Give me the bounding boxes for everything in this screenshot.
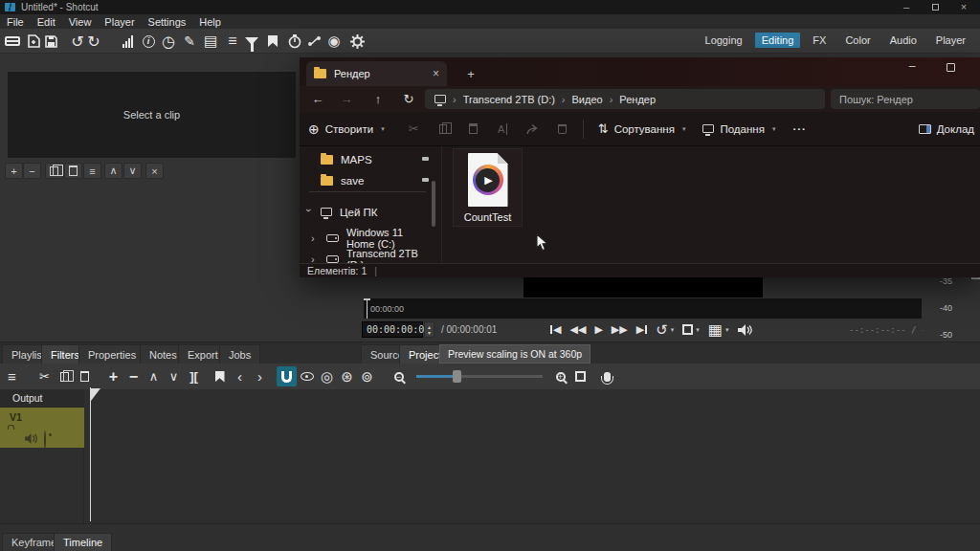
playlist-icon[interactable]: ▤ [200, 32, 221, 51]
view-button[interactable]: Подання ▾ [694, 123, 784, 135]
deselect-filter-button[interactable]: × [145, 163, 164, 179]
timeline-zoom-slider[interactable] [416, 366, 543, 386]
markers-icon[interactable] [262, 32, 283, 51]
open-other-icon[interactable] [2, 32, 23, 51]
fit-dropdown-icon[interactable]: ▾ [696, 326, 700, 334]
player-time-ruler[interactable]: 00:00:00 [364, 298, 922, 319]
peak-meter-icon[interactable] [117, 32, 138, 51]
copy-filters-button[interactable] [45, 163, 63, 179]
sidebar-item-drive-c[interactable]: › Windows 11 Home (C:) [300, 228, 434, 248]
ripple-markers-button[interactable]: ⊚ [357, 366, 377, 386]
previous-marker-button[interactable]: ‹ [230, 366, 250, 386]
skip-to-start-button[interactable]: ◀ [550, 323, 561, 336]
close-button[interactable]: × [953, 1, 974, 12]
up-button[interactable]: ↑ [368, 89, 388, 108]
properties-icon[interactable]: i [138, 32, 159, 51]
tab-jobs[interactable]: Jobs [219, 344, 260, 364]
sidebar-scrollbar-thumb[interactable] [432, 181, 435, 227]
paste-button[interactable] [75, 366, 95, 386]
tab-timeline[interactable]: Timeline [54, 533, 112, 551]
playhead-needle[interactable] [367, 298, 368, 319]
grid-dropdown-icon[interactable]: ▾ [725, 326, 729, 334]
jobs-record-icon[interactable]: ◉ [323, 32, 345, 51]
move-filter-up-button[interactable]: ∧ [104, 163, 122, 179]
timeline-playhead-flag[interactable] [91, 387, 100, 405]
volume-button[interactable] [738, 324, 752, 336]
tab-editing[interactable]: Editing [755, 33, 801, 48]
menu-edit[interactable]: Edit [37, 16, 56, 28]
add-filter-button[interactable]: + [5, 163, 23, 179]
timeline-tracks-area[interactable]: Output V1 [0, 389, 980, 523]
remove-filter-button[interactable]: − [23, 163, 41, 179]
recent-icon[interactable]: ◷ [158, 32, 179, 51]
tab-close-icon[interactable]: × [433, 67, 439, 80]
sort-button[interactable]: ⇅ Сортування ▾ [590, 121, 695, 136]
ripple-toggle-button[interactable]: ◎ [317, 366, 337, 386]
position-timecode-field[interactable]: 00:00:00:00 [362, 321, 423, 338]
cut-button-disabled[interactable]: ✂ [407, 121, 421, 136]
settings-gear-icon[interactable] [346, 32, 368, 51]
chevron-expanded-icon[interactable]: › [303, 209, 315, 216]
timeline-menu-button[interactable]: ≡ [2, 366, 22, 386]
sidebar-item-save[interactable]: save [300, 170, 434, 190]
address-bar[interactable]: › Transcend 2TB (D:) › Видео › Рендер [425, 89, 825, 109]
zoom-fit-button[interactable]: ▾ [682, 324, 700, 335]
zoom-in-button[interactable]: + [550, 366, 570, 386]
ripple-all-tracks-button[interactable]: ⊛ [337, 366, 357, 386]
paste-button-disabled[interactable] [466, 121, 480, 136]
hide-track-icon[interactable] [44, 431, 46, 449]
loop-dropdown-icon[interactable]: ▾ [671, 326, 675, 334]
record-audio-button[interactable] [597, 366, 617, 386]
ripple-delete-button[interactable]: − [123, 366, 144, 386]
file-item-counttest[interactable]: ▶ CountTest [453, 148, 523, 227]
fast-forward-button[interactable]: ▶▶ [612, 323, 628, 336]
output-track-header[interactable]: Output [0, 389, 84, 408]
details-pane-button[interactable]: Доклад [915, 112, 978, 146]
mute-track-icon[interactable] [25, 430, 37, 448]
delete-button-disabled[interactable] [555, 121, 569, 136]
this-pc-icon[interactable] [434, 95, 446, 103]
overwrite-button[interactable]: ∨ [164, 366, 184, 386]
zoom-out-button[interactable]: − [389, 366, 409, 386]
video-track-v1-header[interactable]: V1 [0, 408, 84, 448]
split-button[interactable]: ][ [184, 366, 204, 386]
menu-file[interactable]: File [7, 16, 24, 28]
next-marker-button[interactable]: › [250, 366, 270, 386]
timeline-playhead-line[interactable] [90, 387, 91, 521]
explorer-tab[interactable]: Рендер × [306, 61, 447, 86]
scrub-while-dragging-button[interactable] [297, 366, 317, 386]
move-filter-down-button[interactable]: ∨ [123, 163, 142, 179]
timeline-icon[interactable]: ≡ [222, 32, 243, 51]
forward-button[interactable]: → [337, 89, 356, 108]
breadcrumb-drive[interactable]: Transcend 2TB (D:) [463, 94, 555, 105]
new-button[interactable]: ⊕ Створити ▾ [300, 121, 393, 137]
marker-button[interactable] [210, 366, 230, 386]
lift-button[interactable]: ∧ [144, 366, 164, 386]
keyframes-icon[interactable] [284, 32, 305, 51]
save-filter-set-button[interactable]: ≡ [83, 163, 101, 179]
rewind-button[interactable]: ◀◀ [569, 323, 586, 336]
breadcrumb-folder[interactable]: Видео [572, 94, 603, 105]
paste-filters-button[interactable] [64, 163, 82, 179]
explorer-maximize-button[interactable] [947, 63, 955, 72]
play-button[interactable]: ▶ [594, 323, 602, 336]
menu-view[interactable]: View [69, 16, 92, 28]
rename-button-disabled[interactable]: A [496, 121, 510, 136]
append-button[interactable]: + [103, 366, 123, 386]
skip-to-end-button[interactable]: ▶ [636, 323, 647, 336]
tab-player[interactable]: Player [929, 33, 972, 48]
redo-icon[interactable]: ↻ [83, 32, 104, 51]
refresh-button[interactable]: ↻ [399, 89, 418, 108]
nodes-icon[interactable] [303, 32, 324, 51]
spin-down-icon[interactable]: ▾ [428, 330, 431, 336]
tab-properties[interactable]: Properties [78, 344, 145, 364]
search-box[interactable]: Пошук: Рендер [831, 89, 980, 109]
back-button[interactable]: ← [308, 89, 327, 108]
new-tab-button[interactable]: + [462, 65, 479, 82]
notes-icon[interactable]: ✎ [179, 32, 200, 51]
slider-handle[interactable] [453, 370, 461, 383]
minimize-button[interactable]: – [896, 1, 917, 12]
sidebar-item-maps[interactable]: MAPS [300, 149, 434, 169]
loop-button[interactable]: ↺▾ [656, 321, 674, 339]
explorer-minimize-button[interactable]: – [901, 59, 924, 77]
